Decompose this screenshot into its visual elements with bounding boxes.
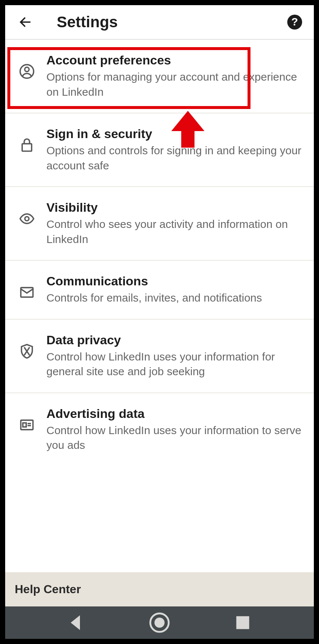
item-desc: Control how LinkedIn uses your informati… (46, 423, 303, 453)
settings-item-data-privacy[interactable]: Data privacy Control how LinkedIn uses y… (5, 320, 314, 393)
help-icon: ? (287, 14, 303, 30)
screen: Settings ? Account pref (5, 5, 314, 639)
settings-list: Account preferences Options for managing… (5, 40, 314, 572)
profile-icon (16, 63, 38, 80)
svg-point-3 (25, 67, 29, 72)
svg-rect-4 (22, 144, 32, 151)
svg-point-5 (25, 217, 29, 221)
nav-recent-icon (232, 612, 254, 634)
nav-recent-button[interactable] (232, 612, 254, 634)
header-bar: Settings ? (5, 5, 314, 40)
item-desc: Options and controls for signing in and … (46, 143, 303, 173)
eye-icon (16, 211, 38, 227)
nav-back-icon (65, 612, 87, 634)
item-title: Advertising data (46, 407, 303, 421)
item-title: Data privacy (46, 333, 303, 347)
nav-home-button[interactable] (148, 612, 171, 634)
shield-icon (16, 343, 38, 359)
device-frame: Settings ? Account pref (0, 0, 319, 644)
settings-item-sign-in-security[interactable]: Sign in & security Options and controls … (5, 113, 314, 187)
android-nav-bar (5, 606, 314, 639)
item-title: Communications (46, 274, 303, 288)
svg-point-12 (154, 617, 165, 628)
lock-icon (16, 137, 38, 153)
settings-item-communications[interactable]: Communications Controls for emails, invi… (5, 261, 314, 320)
item-desc: Options for managing your account and ex… (46, 70, 303, 99)
settings-item-visibility[interactable]: Visibility Control who sees your activit… (5, 187, 314, 261)
mail-icon (16, 284, 38, 300)
item-title: Sign in & security (46, 127, 303, 141)
help-center-section[interactable]: Help Center (5, 572, 314, 606)
page-title: Settings (57, 13, 286, 31)
news-icon (16, 417, 38, 433)
item-title: Account preferences (46, 53, 303, 67)
nav-back-button[interactable] (65, 612, 87, 634)
item-desc: Control who sees your activity and infor… (46, 217, 303, 247)
settings-item-account-preferences[interactable]: Account preferences Options for managing… (5, 40, 314, 113)
help-button[interactable]: ? (286, 13, 304, 31)
item-desc: Control how LinkedIn uses your informati… (46, 349, 303, 379)
svg-text:?: ? (291, 15, 298, 28)
item-desc: Controls for emails, invites, and notifi… (46, 291, 303, 306)
back-arrow-icon (17, 14, 33, 30)
nav-home-icon (148, 612, 171, 634)
help-center-label: Help Center (15, 583, 304, 596)
back-button[interactable] (15, 13, 35, 32)
item-title: Visibility (46, 200, 303, 215)
svg-rect-8 (23, 423, 26, 427)
svg-rect-13 (236, 616, 249, 629)
settings-item-advertising-data[interactable]: Advertising data Control how LinkedIn us… (5, 393, 314, 466)
